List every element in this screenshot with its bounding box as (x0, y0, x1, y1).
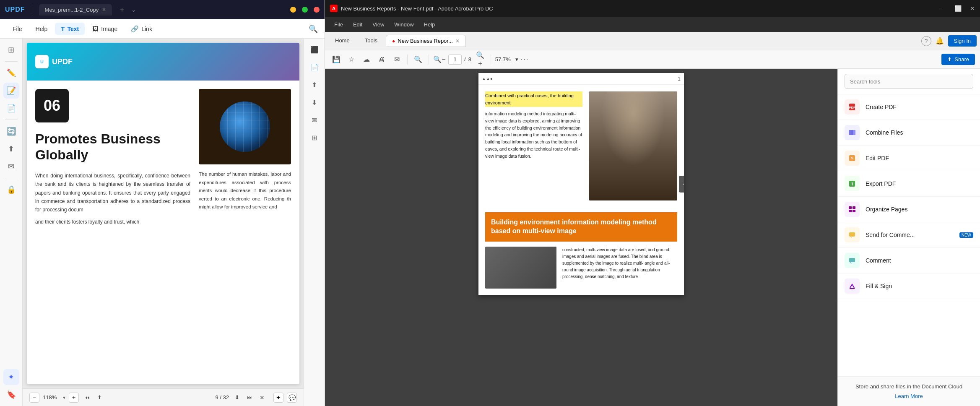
acrobat-doc-tab-close-icon[interactable]: ✕ (455, 38, 460, 44)
acrobat-zoom-in-button[interactable]: 🔍＋ (474, 53, 486, 66)
acrobat-upload-button[interactable]: ☁ (360, 53, 373, 66)
acrobat-tool-export-pdf[interactable]: ⬆ Export PDF (838, 171, 980, 197)
updf-close-button[interactable] (314, 7, 320, 13)
acrobat-home-tab[interactable]: Home (328, 34, 356, 48)
acrobat-tool-edit-pdf[interactable]: ✎ Edit PDF (838, 146, 980, 171)
acrobat-search-tools-input[interactable] (845, 74, 973, 89)
updf-next-page-button[interactable]: ⬇ (232, 393, 242, 402)
acrobat-help-button[interactable]: ? (921, 36, 931, 46)
acrobat-expand-panel-button[interactable]: ‹ (679, 176, 684, 193)
updf-link-tool[interactable]: 🔗 Link (125, 23, 158, 35)
updf-search-button[interactable]: 🔍 (309, 24, 318, 34)
acrobat-bookmark-button[interactable]: ☆ (345, 53, 358, 66)
updf-sidebar-ai[interactable]: ✦ (3, 369, 19, 385)
acrobat-signin-button[interactable]: Sign In (948, 35, 977, 47)
acrobat-notifications-icon[interactable]: 🔔 (936, 37, 944, 45)
updf-right-page-icon[interactable]: 📄 (307, 60, 322, 75)
updf-sidebar-convert[interactable]: 🔄 (3, 123, 19, 139)
acrobat-page-input[interactable] (448, 55, 462, 65)
acrobat-share-button[interactable]: ⬆ Share (941, 54, 975, 65)
updf-text-tool[interactable]: T Text (55, 23, 85, 35)
updf-text-icon: T (61, 25, 65, 32)
acrobat-help-menu[interactable]: Help (420, 20, 439, 29)
acrobat-tool-create-pdf[interactable]: PDF Create PDF (838, 94, 980, 120)
updf-first-page-button[interactable]: ⏮ (82, 393, 91, 402)
updf-zoom-in-button[interactable]: ＋ (69, 393, 79, 403)
organize-pages-icon (845, 202, 860, 217)
acrobat-tool-organize-pages[interactable]: Organize Pages (838, 197, 980, 222)
acrobat-minimize-button[interactable]: — (940, 5, 946, 12)
acrobat-main-content: ▲▲● 1 Combined with practical cases, the… (325, 69, 980, 406)
updf-sidebar-edit[interactable]: 📝 (3, 83, 19, 99)
acrobat-pdf-viewer: ▲▲● 1 Combined with practical cases, the… (325, 69, 837, 406)
acrobat-zoom-out-button[interactable]: 🔍− (433, 53, 446, 66)
export-pdf-icon: ⬆ (845, 176, 860, 191)
updf-sidebar-ocr[interactable]: 📄 (3, 100, 19, 116)
sidebar-sep-2 (5, 120, 18, 120)
acrobat-bottom-promo: Store and share files in the Document Cl… (838, 376, 980, 406)
updf-new-tab-icon[interactable]: ＋ (119, 5, 125, 14)
acrobat-save-button[interactable]: 💾 (330, 53, 343, 66)
acrobat-tool-send-comment[interactable]: Send for Comme... NEW (838, 222, 980, 248)
updf-last-page-button[interactable]: ⏭ (245, 393, 254, 402)
svg-rect-10 (849, 210, 852, 212)
acrobat-bottom-image (485, 247, 556, 289)
updf-right-grid-icon[interactable]: ⊞ (307, 130, 322, 145)
acrobat-page-topbar: ▲▲● 1 (478, 73, 684, 85)
updf-right-crop-icon[interactable]: ⬛ (307, 42, 322, 57)
acrobat-tool-fill-sign[interactable]: Fill & Sign (838, 273, 980, 299)
updf-tabs-more-icon[interactable]: ⌄ (131, 6, 136, 13)
updf-sidebar-thumbnails[interactable]: ⊞ (3, 42, 19, 58)
acrobat-window-menu[interactable]: Window (390, 20, 418, 29)
combine-files-icon (845, 125, 860, 140)
updf-tab[interactable]: Mes_prem...1-2_Copy ✕ (39, 4, 112, 16)
comment-label: Comment (866, 257, 973, 264)
acrobat-menubar: File Edit View Window Help (325, 17, 980, 32)
updf-right-up-icon[interactable]: ⬆ (307, 77, 322, 92)
acrobat-total-pages: 8 (468, 56, 471, 62)
acrobat-search-button[interactable]: 🔍 (412, 53, 424, 66)
updf-maximize-button[interactable] (302, 7, 308, 13)
acrobat-doc-tab[interactable]: ● New Business Repor... ✕ (386, 35, 466, 47)
updf-sidebar-protect[interactable]: 🔒 (3, 182, 19, 198)
updf-tab-close-icon[interactable]: ✕ (102, 7, 106, 13)
acrobat-more-options-button[interactable]: ··· (521, 56, 529, 63)
updf-prev-page-button[interactable]: ⬆ (95, 393, 104, 402)
updf-sparkle-button[interactable]: ✦ (273, 393, 283, 403)
svg-rect-9 (853, 206, 855, 209)
updf-menubar: File Help T Text 🖼 Image 🔗 Link 🔍 (0, 19, 325, 39)
sidebar-sep-3 (5, 178, 18, 178)
acrobat-maximize-button[interactable]: ⬜ (954, 5, 962, 12)
updf-right-mail-icon[interactable]: ✉ (307, 112, 322, 128)
updf-doc-heading: Promotes Business Globally (35, 131, 190, 163)
acrobat-file-menu[interactable]: File (330, 20, 347, 29)
updf-sidebar-annotation[interactable]: ✏️ (3, 65, 19, 81)
acrobat-tool-combine-files[interactable]: Combine Files (838, 120, 980, 146)
acrobat-email-button[interactable]: ✉ (390, 53, 403, 66)
acrobat-print-button[interactable]: 🖨 (375, 53, 388, 66)
updf-minimize-button[interactable] (290, 7, 296, 13)
updf-sidebar-bookmark[interactable]: 🔖 (3, 387, 19, 403)
updf-toolbar-close-button[interactable]: ✕ (257, 393, 267, 402)
acrobat-view-menu[interactable]: View (368, 20, 388, 29)
updf-sidebar-share[interactable]: ⬆ (3, 141, 19, 157)
acrobat-learn-more-link[interactable]: Learn More (845, 393, 973, 399)
updf-zoom-out-button[interactable]: − (29, 393, 39, 403)
acrobat-close-button[interactable]: ✕ (970, 5, 975, 12)
updf-right-down-icon[interactable]: ⬇ (307, 95, 322, 110)
acrobat-tool-comment[interactable]: Comment (838, 248, 980, 273)
acrobat-tools-tab[interactable]: Tools (358, 34, 384, 48)
updf-file-menu[interactable]: File (7, 23, 28, 35)
updf-sidebar-mail[interactable]: ✉ (3, 159, 19, 174)
updf-help-menu[interactable]: Help (30, 23, 54, 35)
acrobat-edit-menu[interactable]: Edit (349, 20, 367, 29)
updf-zoom-dropdown-icon[interactable]: ▾ (63, 395, 65, 401)
acrobat-zoom-selector[interactable]: 57.7% ▾ (495, 56, 518, 62)
updf-image-tool[interactable]: 🖼 Image (86, 23, 123, 35)
acrobat-body-text-2: constructed, multi-view image data are f… (562, 247, 677, 289)
updf-comment-button[interactable]: 💬 (287, 393, 297, 403)
acrobat-nav-right: ? 🔔 Sign In (921, 35, 977, 47)
updf-page-separator: / (220, 394, 223, 401)
acrobat-logo-icon: A (330, 5, 338, 12)
updf-page-number: 06 (44, 97, 60, 115)
